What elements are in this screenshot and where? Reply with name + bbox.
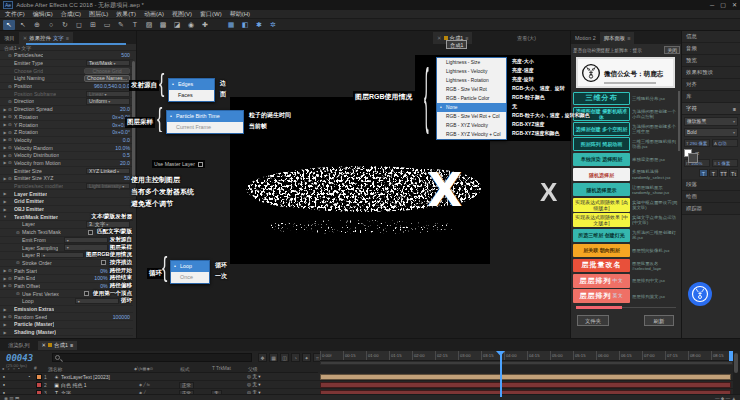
property-value[interactable]: XYZ Linked <box>86 168 130 174</box>
script-button[interactable]: 层关联 朝向图层 <box>573 244 630 258</box>
menu-item[interactable]: 图层(L) <box>89 10 108 19</box>
layer-name[interactable]: 白色 纯色 1 <box>61 382 139 388</box>
dock-panel-tab[interactable]: 信息 <box>682 31 740 43</box>
dock-panel-tab[interactable]: 绘画 <box>682 191 740 203</box>
panel-menu-icon[interactable]: ≡ <box>733 106 736 112</box>
tab-render-queue[interactable]: 渲染队列 <box>4 341 34 350</box>
parent-select[interactable]: ◎ 无 ▾ <box>247 374 289 379</box>
parent-select[interactable]: ◎ 无 ▾ <box>247 382 289 387</box>
leading-field[interactable]: A 自动 <box>712 139 738 147</box>
property-value[interactable]: 0% <box>100 268 108 274</box>
shy-layers-icon[interactable]: ◫ <box>280 353 289 362</box>
puppet-pin-tool-icon[interactable]: ✚ <box>199 20 211 30</box>
menu-item[interactable]: 编辑(E) <box>33 10 53 19</box>
tab-close-icon[interactable]: ✕ <box>23 35 28 41</box>
property-value[interactable]: Uniform <box>86 98 130 104</box>
folder-button[interactable]: 文件夹 <box>577 315 609 326</box>
column-mode[interactable]: 模式 <box>180 366 212 372</box>
expander-icon[interactable]: ▶ <box>2 207 8 212</box>
motion-blur-icon[interactable]: ✦ <box>302 353 311 362</box>
script-button[interactable]: 实现表达式跟随效果 [中文版本] <box>573 213 630 227</box>
property-value[interactable]: Linear <box>86 91 130 97</box>
rotation-tool-icon[interactable]: ↻ <box>59 20 71 30</box>
dock-panel-tab[interactable]: 对齐 <box>682 79 740 91</box>
script-button[interactable]: 层层排列 英文 <box>573 289 630 303</box>
property-value[interactable] <box>64 244 108 250</box>
script-button[interactable]: 实现表达式跟随效果 [高级版本] <box>573 198 630 212</box>
property-value[interactable]: 0.0 <box>123 137 130 143</box>
menu-item[interactable]: 合成(C) <box>61 10 81 19</box>
faux-italic-button[interactable]: T <box>709 169 718 177</box>
eraser-tool-icon[interactable]: ◪ <box>171 20 183 30</box>
property-value[interactable]: 500 <box>121 52 130 58</box>
timeline-zoom-slider[interactable]: — ◆ — ▲ <box>715 396 736 400</box>
script-button[interactable]: 图层阵列 简易动画 <box>573 137 630 151</box>
property-value[interactable] <box>64 237 108 243</box>
selection-tool-icon[interactable]: ↖ <box>17 20 29 30</box>
property-value[interactable]: Light Intensity <box>86 183 130 189</box>
snapping-icon[interactable]: ✱ <box>253 20 265 30</box>
layer-switches[interactable]: ◆ ╱ fx <box>139 382 179 387</box>
column-trkmat[interactable]: T TrkMat <box>212 366 248 371</box>
property-value[interactable]: 50 <box>124 175 130 181</box>
expander-icon[interactable]: ▶ <box>2 199 8 204</box>
tab-script-panel[interactable]: 脚本面板 ≡ <box>600 32 635 44</box>
shape-tool-icon[interactable]: ▭ <box>101 20 113 30</box>
tab-project[interactable]: 项目 <box>0 32 19 44</box>
zoom-tool-icon[interactable]: ○ <box>45 20 57 30</box>
layer-name[interactable]: TextLayerText [20023] <box>61 374 139 380</box>
font-style-select[interactable]: Bold▾ <box>684 128 738 137</box>
script-button[interactable]: 层批量改名 <box>573 259 630 273</box>
script-button[interactable]: 所选三维层 创建灯光 <box>573 229 630 243</box>
expander-icon[interactable]: ▼ <box>2 214 8 219</box>
minimize-button[interactable]: ─ <box>710 0 714 10</box>
dock-panel-tab[interactable]: 预览 <box>682 55 740 67</box>
layer-lock-icon[interactable]: ▪ <box>25 374 34 379</box>
menu-item[interactable]: 窗口(W) <box>200 10 222 19</box>
tab-close-icon[interactable]: ✕ <box>42 342 47 348</box>
dock-panel-tab[interactable]: 效果和预设 <box>682 67 740 79</box>
menu-item[interactable]: 视图(V) <box>172 10 192 19</box>
pen-tool-icon[interactable]: ✎ <box>115 20 127 30</box>
all-caps-button[interactable]: TT <box>719 169 728 177</box>
playhead-line[interactable] <box>500 351 502 397</box>
expander-icon[interactable]: ▶ <box>2 322 8 327</box>
tab-close-icon[interactable]: ✕ <box>437 35 442 41</box>
property-checkbox[interactable] <box>101 260 106 265</box>
composition-mini-flowchart-icon[interactable]: ❖ <box>258 353 267 362</box>
property-value[interactable]: 960.0,540.0,0.0 <box>94 83 130 89</box>
faux-bold-button[interactable]: T <box>699 169 708 177</box>
timeline-layer-row[interactable]: ● ▪ 1 ☀ TextLayerText [20023] ◎ 无 ▾ <box>0 373 733 381</box>
property-value[interactable]: 0.5 <box>123 152 130 158</box>
property-value[interactable]: 3. 文字 <box>86 221 130 227</box>
clone-stamp-tool-icon[interactable]: ▩ <box>157 20 169 30</box>
property-value[interactable]: 10.0% <box>115 145 130 151</box>
property-value[interactable]: 20.0 <box>120 106 130 112</box>
property-value[interactable] <box>40 252 84 258</box>
script-button[interactable]: 三维分布 <box>573 92 630 106</box>
script-button[interactable]: 选择层创建 多个空图层 <box>573 122 630 136</box>
script-button[interactable]: 随机选择显示 <box>573 183 630 197</box>
panel-menu-icon[interactable]: ≡ <box>70 342 73 348</box>
property-value[interactable]: 100000 <box>113 314 130 320</box>
camera-tool-icon[interactable]: ◻ <box>73 20 85 30</box>
font-family-select[interactable]: 微软雅黑▾ <box>684 117 738 126</box>
layer-visibility-icon[interactable]: ● <box>0 382 8 387</box>
property-checkbox[interactable] <box>84 291 89 296</box>
property-value[interactable]: 0x+0.0° <box>112 129 130 135</box>
blend-mode-select[interactable]: 正常 <box>179 382 194 389</box>
brush-tool-icon[interactable]: ▨ <box>143 20 155 30</box>
timeline-scrollbar[interactable] <box>733 351 740 394</box>
roto-brush-tool-icon[interactable]: ◉ <box>185 20 197 30</box>
draft-3d-icon[interactable]: ▦ <box>269 353 278 362</box>
layer-duration-bar[interactable] <box>320 374 731 380</box>
menu-item[interactable]: 帮助(H) <box>230 10 250 19</box>
timeline-search-input[interactable] <box>52 353 252 362</box>
script-button[interactable]: 单独渲染 选择图层 <box>573 153 630 167</box>
dock-panel-tab[interactable]: 跟踪器 <box>682 203 740 215</box>
work-area-bar[interactable] <box>320 361 733 365</box>
fill-color-swatch[interactable] <box>684 149 692 157</box>
layer-color-chip[interactable] <box>36 382 42 388</box>
script-button[interactable]: 随机选择层 <box>573 168 630 182</box>
workspace-icon[interactable]: ✲ <box>267 20 279 30</box>
